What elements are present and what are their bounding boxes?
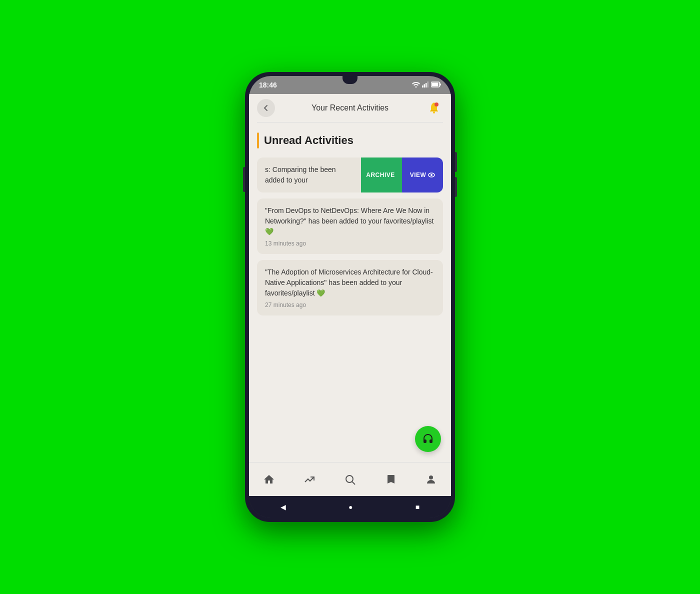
archive-label: ARCHIVE xyxy=(366,172,395,178)
power-button xyxy=(243,167,245,192)
activity-card-2-text: "The Adoption of Microservices Architect… xyxy=(265,267,435,298)
svg-point-14 xyxy=(430,174,432,176)
main-content: Unread Activities s: Comparing the been … xyxy=(249,122,451,462)
archive-button[interactable]: ARCHIVE xyxy=(361,158,402,192)
android-recent-button[interactable]: ■ xyxy=(408,499,428,515)
notification-bell-button[interactable] xyxy=(425,99,443,117)
android-back-button[interactable]: ◀ xyxy=(272,499,294,515)
svg-rect-3 xyxy=(426,83,427,88)
status-time: 18:46 xyxy=(259,81,277,89)
swipe-card-text-area: s: Comparing the been added to your xyxy=(257,158,361,192)
svg-line-16 xyxy=(352,482,355,484)
section-accent-bar xyxy=(257,132,259,148)
activity-card-1-text: "From DevOps to NetDevOps: Where Are We … xyxy=(265,206,435,237)
svg-point-0 xyxy=(416,86,417,88)
nav-item-saved[interactable] xyxy=(376,470,404,490)
notch xyxy=(342,76,358,84)
bottom-nav xyxy=(249,462,451,496)
nav-bar: Your Recent Activities xyxy=(249,94,451,122)
svg-point-17 xyxy=(429,476,433,480)
svg-rect-6 xyxy=(440,84,442,86)
volume-button-down xyxy=(455,177,457,197)
status-icons xyxy=(412,82,441,89)
activity-card-2-content: "The Adoption of Microservices Architect… xyxy=(257,260,443,316)
phone-mockup: 18:46 xyxy=(245,72,455,522)
activity-card-1-time: 13 minutes ago xyxy=(265,240,435,247)
battery-icon xyxy=(431,82,441,89)
activity-card-2-time: 27 minutes ago xyxy=(265,302,435,308)
nav-item-search[interactable] xyxy=(336,470,364,490)
activity-card-1-content: "From DevOps to NetDevOps: Where Are We … xyxy=(257,198,443,254)
view-button[interactable]: VIEW xyxy=(402,158,443,192)
activity-card-2: "The Adoption of Microservices Architect… xyxy=(257,260,443,316)
view-label: VIEW xyxy=(410,172,426,178)
svg-rect-7 xyxy=(432,82,438,86)
wifi-icon xyxy=(412,82,420,89)
activity-card-1: "From DevOps to NetDevOps: Where Are We … xyxy=(257,198,443,254)
svg-point-8 xyxy=(433,112,435,114)
back-button[interactable] xyxy=(257,99,275,117)
android-home-button[interactable]: ● xyxy=(340,499,360,515)
swipe-actions: ARCHIVE VIEW xyxy=(361,158,443,192)
phone-screen: 18:46 xyxy=(249,76,451,518)
status-bar: 18:46 xyxy=(249,76,451,94)
nav-title: Your Recent Activities xyxy=(312,104,388,112)
section-header: Unread Activities xyxy=(257,132,443,148)
svg-point-15 xyxy=(346,476,353,482)
svg-rect-4 xyxy=(428,82,429,88)
svg-point-9 xyxy=(434,102,438,106)
volume-button-up xyxy=(455,152,457,172)
svg-rect-2 xyxy=(424,84,426,88)
nav-item-profile[interactable] xyxy=(417,470,445,490)
android-nav-bar: ◀ ● ■ xyxy=(249,496,451,518)
section-title: Unread Activities xyxy=(264,134,354,147)
headphone-fab[interactable] xyxy=(415,426,441,452)
swipe-activity-card: s: Comparing the been added to your ARCH… xyxy=(257,158,443,192)
swipe-card-text: s: Comparing the been added to your xyxy=(265,166,336,184)
nav-item-trending[interactable] xyxy=(296,470,324,490)
screen-content: Your Recent Activities Unread Activiti xyxy=(249,94,451,496)
signal-icon xyxy=(422,82,429,89)
svg-rect-1 xyxy=(422,86,424,88)
nav-item-home[interactable] xyxy=(255,470,283,490)
